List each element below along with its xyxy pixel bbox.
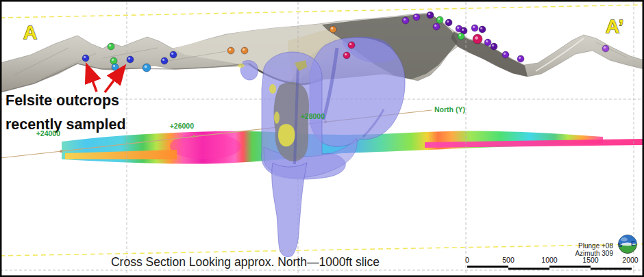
collar-point[interactable] (471, 25, 478, 31)
axis-tick-marker (193, 135, 196, 138)
collar-point[interactable] (127, 56, 134, 63)
collar-point[interactable] (108, 43, 114, 50)
collar-point-highlight (171, 53, 173, 55)
collar-point[interactable] (413, 14, 420, 21)
collar-point-highlight (434, 25, 436, 27)
collar-point-highlight (109, 44, 111, 47)
scene-3d-view[interactable]: A A’ Felsite outcrops recently sampled +… (0, 0, 644, 277)
scale-segment (591, 268, 632, 270)
annotation-line1: Felsite outcrops (5, 92, 119, 109)
collar-point-highlight (457, 27, 459, 29)
axis-name-label: North (Y) (434, 105, 465, 114)
annotation-line2: recently sampled (5, 116, 126, 133)
scale-label-1500: 1500 (582, 256, 599, 264)
collar-point-highlight (480, 27, 482, 29)
section-label-a: A (23, 22, 37, 43)
collar-point-highlight (462, 29, 464, 31)
collar-point-highlight (438, 18, 440, 20)
collar-point-highlight (459, 34, 461, 36)
collar-point[interactable] (458, 33, 465, 40)
scale-segment (508, 268, 549, 270)
collar-point[interactable] (491, 43, 497, 50)
cross-section-viewport[interactable]: A A’ Felsite outcrops recently sampled +… (0, 0, 644, 277)
collar-point-highlight (349, 43, 351, 45)
collar-point-highlight (447, 21, 449, 23)
collar-point[interactable] (343, 52, 350, 59)
collar-point-highlight (128, 57, 130, 60)
collar-point-highlight (519, 57, 521, 59)
collar-point-highlight (345, 53, 347, 55)
collar-point[interactable] (241, 47, 248, 54)
collar-point[interactable] (427, 12, 434, 18)
collar-point[interactable] (143, 64, 151, 72)
section-label-a-prime: A’ (606, 16, 623, 37)
collar-point-highlight (414, 15, 417, 17)
collar-point-highlight (331, 27, 333, 29)
axis-tick-label-26000: +26000 (170, 122, 194, 130)
collar-point[interactable] (433, 23, 440, 30)
scale-label-2000: 2000 (622, 256, 639, 264)
collar-point-highlight (486, 40, 488, 42)
collar-point-highlight (604, 47, 606, 49)
collar-point-highlight (243, 49, 245, 51)
orientation-globe[interactable]: S E (618, 235, 637, 254)
collar-point[interactable] (161, 57, 168, 64)
collar-point[interactable] (330, 26, 336, 33)
section-caption: Cross Section Looking approx. North—1000… (111, 255, 380, 269)
collar-point-highlight (145, 65, 147, 68)
scale-label-0: 0 (465, 256, 469, 264)
collar-point-highlight (504, 53, 506, 55)
globe-letter-east: E (631, 239, 635, 247)
slice-anomaly-pink (170, 133, 241, 159)
collar-point-highlight (475, 36, 478, 39)
intrusion-inner-gray-body (274, 82, 310, 161)
collar-point[interactable] (110, 57, 117, 64)
collar-point[interactable] (479, 26, 486, 33)
collar-point[interactable] (348, 42, 355, 49)
collar-point-highlight (113, 65, 115, 67)
collar-point[interactable] (602, 45, 609, 52)
collar-point[interactable] (484, 39, 491, 46)
intrusion-wisp-left (240, 60, 258, 80)
view-plunge-label: Plunge +08 (578, 242, 613, 250)
scale-label-500: 500 (502, 256, 515, 264)
collar-point-highlight (492, 44, 494, 47)
collar-point[interactable] (445, 19, 452, 26)
axis-tick-label-24000: +24000 (36, 129, 60, 137)
collar-point[interactable] (436, 16, 443, 23)
collar-point[interactable] (402, 17, 409, 24)
axis-tick-marker (60, 150, 63, 153)
collar-point-highlight (229, 49, 231, 51)
collar-point-highlight (473, 26, 475, 28)
scale-segment (549, 266, 591, 268)
scale-segment (467, 266, 508, 268)
collar-point-highlight (112, 59, 114, 61)
collar-point[interactable] (82, 55, 89, 62)
collar-point-highlight (404, 18, 406, 21)
collar-point-highlight (84, 56, 86, 58)
collar-point[interactable] (170, 51, 177, 58)
collar-point[interactable] (502, 51, 509, 58)
collar-point[interactable] (112, 64, 119, 70)
collar-point[interactable] (227, 47, 234, 54)
collar-point-highlight (428, 13, 430, 15)
collar-point-highlight (162, 59, 164, 61)
collar-point[interactable] (517, 55, 524, 62)
axis-tick-label-28000: +28000 (301, 112, 325, 120)
globe-letter-south: S (618, 241, 622, 248)
scale-label-1000: 1000 (541, 256, 558, 264)
